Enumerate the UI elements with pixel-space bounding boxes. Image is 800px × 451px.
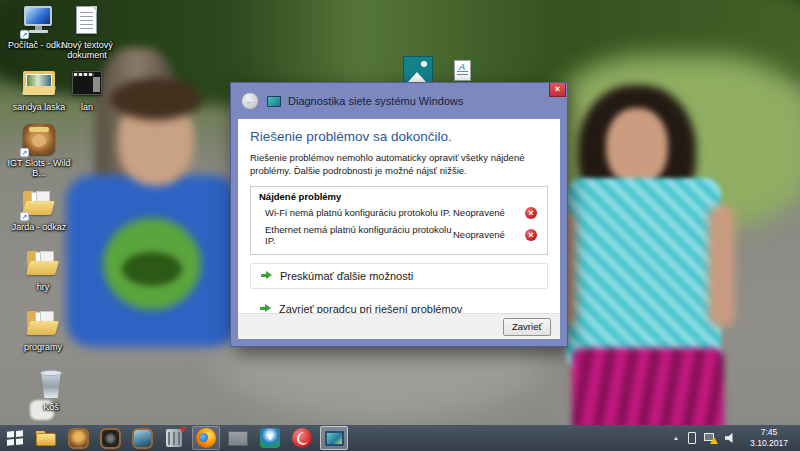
green-arrow-icon	[261, 271, 272, 280]
taskbar-item-casino-game[interactable]	[128, 426, 156, 450]
desktop-icon-label: programy	[8, 342, 78, 352]
desktop-icon-new-text-document[interactable]: Nový textový dokument	[52, 6, 122, 61]
desktop-icon-hry[interactable]: hry	[8, 248, 78, 292]
desktop-icon-igt-slots[interactable]: ↗ IGT Slots - Wild B...	[4, 124, 74, 179]
desktop-icon-label: Nový textový dokument	[52, 40, 122, 61]
network-diagnostics-icon	[267, 96, 281, 107]
taskbar-item-file-explorer[interactable]	[32, 426, 60, 450]
desktop-icon-label: IGT Slots - Wild B...	[4, 158, 74, 179]
dialog-titlebar[interactable]: ← Diagnostika siete systému Windows ×	[231, 83, 567, 119]
speaker-game-icon	[100, 428, 121, 449]
dialog-description: Riešenie problémov nemohlo automaticky o…	[250, 152, 560, 178]
document-icon: A	[454, 60, 471, 81]
file-explorer-icon	[36, 431, 56, 446]
taskbar-item-firefox[interactable]	[192, 426, 220, 450]
system-tray: ▲ 7:45 3.10.2017	[673, 425, 800, 451]
dialog-footer: Zavrieť	[238, 313, 560, 339]
taskbar-item-bricks-game[interactable]	[224, 426, 252, 450]
firefox-icon	[196, 428, 216, 448]
desktop: ↗ Počítač - odkaz Nový textový dokument …	[0, 0, 800, 451]
problems-table-header: Nájdené problémy	[259, 191, 539, 202]
desktop-icon-label: Jarda - odkaz	[4, 222, 74, 232]
download-manager-icon	[260, 428, 280, 448]
dialog-body: Riešenie problémov sa dokončilo. Riešeni…	[238, 119, 560, 339]
desktop-icon-label: Kôš	[16, 402, 86, 412]
desktop-icon-recycle-bin[interactable]: Kôš	[16, 368, 86, 412]
desktop-icon-label: hry	[8, 282, 78, 292]
network-diagnostics-dialog: ← Diagnostika siete systému Windows × Ri…	[230, 82, 568, 347]
text-document-icon	[69, 6, 105, 38]
device-icon[interactable]	[688, 432, 696, 444]
taskbar-item-slots-game[interactable]	[64, 426, 92, 450]
background-girl-top	[566, 178, 721, 370]
background-girl-face	[606, 108, 668, 186]
taskbar-item-network-diagnostics[interactable]	[320, 426, 348, 450]
desktop-icon-label: lan	[52, 102, 122, 112]
problem-status: Neopravené	[453, 229, 525, 240]
taskbar-item-uninstaller[interactable]	[160, 426, 188, 450]
problems-table: Nájdené problémy Wi-Fi nemá platnú konfi…	[250, 186, 548, 255]
dialog-heading: Riešenie problémov sa dokončilo.	[250, 129, 548, 144]
background-girl-arm-right	[708, 205, 735, 327]
taskbar-items	[0, 425, 350, 451]
clock-date: 3.10.2017	[746, 438, 792, 449]
windows-logo-icon	[7, 430, 23, 445]
table-row: Ethernet nemá platnú konfiguráciu protok…	[259, 224, 539, 246]
desktop-icon-lan[interactable]: lan	[52, 68, 122, 112]
background-shirt-graphic-detail	[122, 252, 182, 286]
volume-icon[interactable]	[725, 433, 736, 443]
desktop-icon-document[interactable]: A	[442, 60, 482, 81]
green-arrow-icon	[260, 304, 271, 313]
close-button[interactable]: Zavrieť	[503, 318, 551, 336]
problem-status: Neopravené	[453, 207, 525, 218]
recycle-bin-icon	[33, 368, 69, 400]
start-button[interactable]	[0, 425, 30, 451]
ccleaner-icon	[292, 428, 312, 448]
media-file-icon	[69, 68, 105, 100]
taskbar-clock[interactable]: 7:45 3.10.2017	[746, 427, 792, 449]
uninstaller-icon	[166, 429, 182, 447]
problem-name: Ethernet nemá platnú konfiguráciu protok…	[259, 224, 453, 246]
warning-triangle-icon	[710, 437, 718, 444]
bricks-game-icon	[228, 431, 248, 446]
slots-game-icon	[68, 428, 89, 449]
network-warning-icon[interactable]	[704, 432, 717, 444]
back-button[interactable]: ←	[241, 92, 259, 110]
taskbar-item-download-manager[interactable]	[256, 426, 284, 450]
shortcut-arrow-icon: ↗	[20, 30, 29, 39]
error-icon: ×	[525, 229, 537, 241]
shortcut-arrow-icon: ↗	[20, 148, 29, 157]
taskbar: ▲ 7:45 3.10.2017	[0, 425, 800, 451]
network-diagnostics-window-icon	[325, 431, 344, 446]
folder-shortcut-icon: ↗	[21, 188, 57, 220]
casino-game-icon	[132, 428, 153, 449]
folder-icon	[25, 248, 61, 280]
folder-icon	[25, 308, 61, 340]
taskbar-item-speaker-game[interactable]	[96, 426, 124, 450]
action-explore-options[interactable]: Preskúmať ďalšie možnosti	[250, 263, 548, 289]
desktop-icon-programy[interactable]: programy	[8, 308, 78, 352]
hidden-icons-chevron-icon[interactable]: ▲	[673, 435, 679, 441]
table-row: Wi-Fi nemá platnú konfiguráciu protokolu…	[259, 207, 539, 219]
close-window-button[interactable]: ×	[549, 83, 566, 97]
desktop-icon-jarda-shortcut[interactable]: ↗ Jarda - odkaz	[4, 188, 74, 232]
clock-time: 7:45	[746, 427, 792, 438]
background-girl-skirt	[572, 348, 724, 434]
taskbar-item-ccleaner[interactable]	[288, 426, 316, 450]
shortcut-arrow-icon: ↗	[20, 212, 29, 221]
problem-name: Wi-Fi nemá platnú konfiguráciu protokolu…	[259, 207, 453, 218]
background-boy-hair	[110, 78, 202, 120]
dialog-title: Diagnostika siete systému Windows	[288, 95, 463, 107]
game-shortcut-icon: ↗	[21, 124, 57, 156]
error-icon: ×	[525, 207, 537, 219]
action-label: Preskúmať ďalšie možnosti	[280, 270, 413, 282]
